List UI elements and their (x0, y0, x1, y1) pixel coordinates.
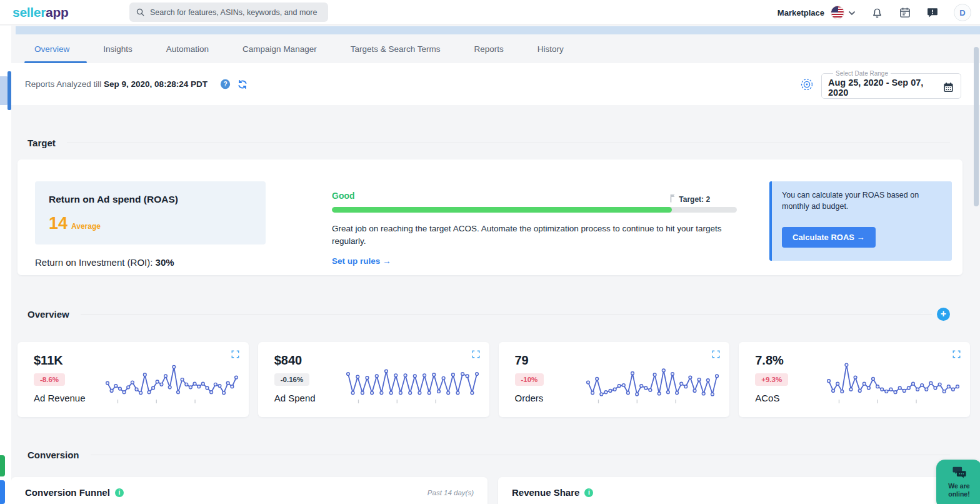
roas-progress-fill (332, 207, 672, 213)
flag-icon (670, 194, 676, 203)
metric-card-orders[interactable]: 79 -10% Orders (499, 342, 730, 417)
top-right-cluster: Marketplace D (778, 0, 971, 25)
feedback-icon[interactable] (926, 6, 939, 19)
metric-card-ad-revenue[interactable]: $11K -8.6% Ad Revenue (18, 342, 249, 417)
top-bar: sellerapp Marketplace D (0, 0, 980, 25)
tab-campaign-manager[interactable]: Campaign Manager (242, 44, 317, 54)
target-section-heading: Target (28, 138, 950, 148)
tab-bar: Overview Insights Automation Campaign Ma… (11, 34, 980, 63)
roas-title: Return on Ad spend (ROAS) (49, 194, 252, 205)
logo-part-seller: seller (12, 5, 46, 19)
metric-cards-row: $11K -8.6% Ad Revenue $840 -0.16% Ad Spe… (18, 342, 970, 417)
refresh-icon[interactable] (237, 79, 248, 90)
expand-icon[interactable] (952, 350, 961, 359)
conversion-funnel-title: Conversion Funnel (25, 487, 110, 498)
metric-card-ad-spend[interactable]: $840 -0.16% Ad Spend (258, 342, 489, 417)
logo-part-app: app (46, 5, 68, 19)
tab-automation[interactable]: Automation (166, 44, 209, 54)
overview-section-heading: Overview + (28, 308, 950, 321)
info-icon[interactable]: i (115, 488, 124, 497)
metric-change-badge: +9.3% (755, 373, 788, 386)
sellerapp-logo[interactable]: sellerapp (12, 5, 69, 20)
target-settings-icon[interactable] (800, 78, 814, 91)
search-icon (136, 8, 145, 17)
add-widget-button[interactable]: + (937, 308, 950, 321)
collapsed-sidebar (0, 26, 11, 504)
metric-change-badge: -10% (515, 373, 544, 386)
chat-status-text: We areonline! (948, 482, 969, 498)
tab-reports[interactable]: Reports (474, 44, 503, 54)
svg-text:?: ? (223, 81, 227, 88)
us-flag-icon[interactable] (831, 6, 844, 19)
date-range-label: Select Date Range (833, 70, 891, 77)
metric-change-badge: -8.6% (34, 373, 65, 386)
overview-section-title: Overview (28, 309, 69, 320)
target-message: Great job on reaching the target ACOS. A… (332, 223, 727, 247)
calculate-roas-button[interactable]: Calculate ROAS → (782, 227, 876, 248)
conversion-section-heading: Conversion (28, 450, 950, 460)
acos-sparkline (825, 358, 961, 406)
target-marker: Target: 2 (670, 194, 710, 204)
side-tab-blue[interactable] (0, 480, 5, 504)
sidebar-active-indicator[interactable] (8, 71, 11, 110)
header-accent-band (16, 26, 980, 34)
marketplace-label[interactable]: Marketplace (778, 8, 824, 18)
user-avatar[interactable]: D (954, 4, 971, 21)
conversion-panels-row: Conversion Funnel i Past 14 day(s) Reven… (11, 477, 980, 504)
tab-overview[interactable]: Overview (34, 44, 69, 54)
chevron-down-icon[interactable] (848, 7, 856, 18)
metric-card-acos[interactable]: 7.8% +9.3% ACoS (739, 342, 970, 417)
roi-line: Return on Investment (ROI): 30% (35, 257, 284, 268)
orders-sparkline (584, 358, 721, 406)
metric-change-badge: -0.16% (274, 373, 309, 386)
calendar-icon[interactable] (899, 6, 911, 19)
side-tab-green[interactable] (0, 455, 5, 476)
conversion-funnel-period: Past 14 day(s) (428, 489, 474, 496)
roas-summary-box: Return on Ad spend (ROAS) 14Average (35, 181, 266, 244)
conversion-funnel-panel: Conversion Funnel i Past 14 day(s) (11, 477, 488, 504)
reports-analyzed-bar: Reports Analyzed till Sep 9, 2020, 08:28… (11, 63, 980, 105)
roas-tip-text: You can calculate your ROAS based on mon… (782, 190, 942, 212)
live-chat-widget[interactable]: We areonline! (936, 460, 980, 504)
reports-analyzed-text: Reports Analyzed till Sep 9, 2020, 08:28… (25, 79, 208, 89)
roi-value: 30% (156, 257, 174, 268)
reports-analyzed-timestamp: Sep 9, 2020, 08:28:24 PDT (104, 79, 208, 89)
tab-targets-search-terms[interactable]: Targets & Search Terms (351, 44, 441, 54)
ad-spend-sparkline (344, 358, 481, 406)
tab-insights[interactable]: Insights (103, 44, 132, 54)
revenue-share-panel: Revenue Share i Past 1 (498, 477, 980, 504)
chat-icon (952, 466, 967, 480)
tab-history[interactable]: History (538, 44, 564, 54)
date-range-field[interactable]: Select Date Range Aug 25, 2020 - Sep 07,… (821, 70, 961, 99)
date-picker-calendar-icon[interactable] (942, 81, 954, 93)
ad-revenue-sparkline (104, 358, 240, 406)
expand-icon[interactable] (711, 350, 721, 359)
expand-icon[interactable] (231, 350, 240, 359)
roas-progress-track (332, 207, 737, 213)
help-icon[interactable]: ? (220, 79, 231, 89)
search-input[interactable] (150, 8, 322, 17)
info-icon[interactable]: i (584, 488, 593, 497)
setup-rules-link[interactable]: Set up rules → (332, 256, 391, 266)
revenue-share-title: Revenue Share (512, 487, 579, 498)
target-value-label: Target: 2 (679, 195, 710, 204)
date-range-value: Aug 25, 2020 - Sep 07, 2020 (828, 78, 942, 98)
roas-tip-box: You can calculate your ROAS based on mon… (769, 181, 952, 261)
roas-average-label: Average (71, 222, 101, 231)
global-search[interactable] (129, 3, 328, 22)
conversion-section-title: Conversion (28, 450, 79, 460)
main-content: Overview Insights Automation Campaign Ma… (11, 26, 980, 504)
notifications-bell-icon[interactable] (871, 6, 884, 19)
expand-icon[interactable] (471, 350, 481, 359)
roas-value: 14 (49, 214, 68, 233)
target-card: Return on Ad spend (ROAS) 14Average Retu… (18, 159, 962, 275)
target-section-title: Target (28, 138, 56, 148)
vertical-scrollbar[interactable] (974, 47, 979, 206)
